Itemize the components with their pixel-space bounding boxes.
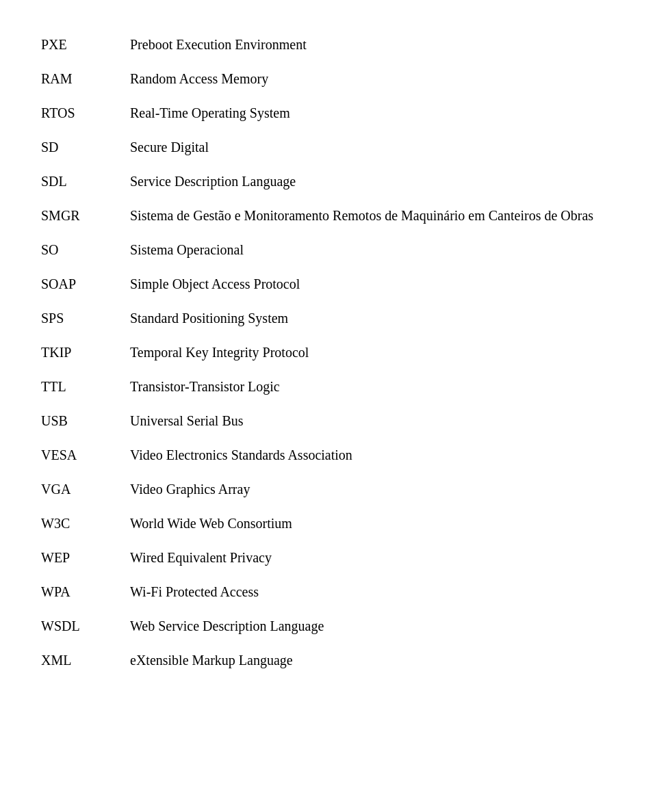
table-row: USBUniversal Serial Bus	[41, 404, 616, 438]
acronym-cell: SDL	[41, 164, 130, 198]
table-row: RAMRandom Access Memory	[41, 62, 616, 96]
acronym-cell: TTL	[41, 369, 130, 404]
acronym-cell: SMGR	[41, 198, 130, 233]
acronym-cell: RAM	[41, 62, 130, 96]
acronym-cell: SD	[41, 130, 130, 164]
acronym-cell: VESA	[41, 438, 130, 472]
table-row: SDSecure Digital	[41, 130, 616, 164]
table-row: WEPWired Equivalent Privacy	[41, 540, 616, 575]
definition-cell: Service Description Language	[130, 164, 616, 198]
definition-cell: Sistema de Gestão e Monitoramento Remoto…	[130, 198, 616, 233]
table-row: XMLeXtensible Markup Language	[41, 643, 616, 677]
definition-cell: Wired Equivalent Privacy	[130, 540, 616, 575]
table-row: W3CWorld Wide Web Consortium	[41, 506, 616, 540]
definition-cell: Universal Serial Bus	[130, 404, 616, 438]
acronym-table: PXEPreboot Execution EnvironmentRAMRando…	[41, 27, 616, 677]
definition-cell: Standard Positioning System	[130, 301, 616, 335]
table-row: RTOSReal-Time Operating System	[41, 96, 616, 130]
definition-cell: Video Graphics Array	[130, 472, 616, 506]
table-row: SMGRSistema de Gestão e Monitoramento Re…	[41, 198, 616, 233]
table-row: SDLService Description Language	[41, 164, 616, 198]
acronym-cell: PXE	[41, 27, 130, 62]
definition-cell: Temporal Key Integrity Protocol	[130, 335, 616, 369]
table-row: PXEPreboot Execution Environment	[41, 27, 616, 62]
definition-cell: eXtensible Markup Language	[130, 643, 616, 677]
table-row: SPSStandard Positioning System	[41, 301, 616, 335]
acronym-cell: RTOS	[41, 96, 130, 130]
table-row: SOSistema Operacional	[41, 233, 616, 267]
definition-cell: Random Access Memory	[130, 62, 616, 96]
definition-cell: Transistor-Transistor Logic	[130, 369, 616, 404]
definition-cell: Web Service Description Language	[130, 609, 616, 643]
table-row: VGAVideo Graphics Array	[41, 472, 616, 506]
acronym-cell: SPS	[41, 301, 130, 335]
acronym-cell: SO	[41, 233, 130, 267]
definition-cell: Wi-Fi Protected Access	[130, 575, 616, 609]
definition-cell: Secure Digital	[130, 130, 616, 164]
acronym-cell: WEP	[41, 540, 130, 575]
table-row: VESAVideo Electronics Standards Associat…	[41, 438, 616, 472]
table-row: TKIPTemporal Key Integrity Protocol	[41, 335, 616, 369]
table-row: SOAPSimple Object Access Protocol	[41, 267, 616, 301]
definition-cell: Simple Object Access Protocol	[130, 267, 616, 301]
definition-cell: Real-Time Operating System	[130, 96, 616, 130]
definition-cell: Preboot Execution Environment	[130, 27, 616, 62]
acronym-cell: W3C	[41, 506, 130, 540]
definition-cell: Sistema Operacional	[130, 233, 616, 267]
acronym-cell: VGA	[41, 472, 130, 506]
acronym-cell: XML	[41, 643, 130, 677]
definition-cell: World Wide Web Consortium	[130, 506, 616, 540]
acronym-cell: WPA	[41, 575, 130, 609]
table-row: WSDLWeb Service Description Language	[41, 609, 616, 643]
acronym-cell: TKIP	[41, 335, 130, 369]
acronym-cell: SOAP	[41, 267, 130, 301]
definition-cell: Video Electronics Standards Association	[130, 438, 616, 472]
acronym-cell: WSDL	[41, 609, 130, 643]
table-row: TTLTransistor-Transistor Logic	[41, 369, 616, 404]
table-row: WPAWi-Fi Protected Access	[41, 575, 616, 609]
acronym-cell: USB	[41, 404, 130, 438]
